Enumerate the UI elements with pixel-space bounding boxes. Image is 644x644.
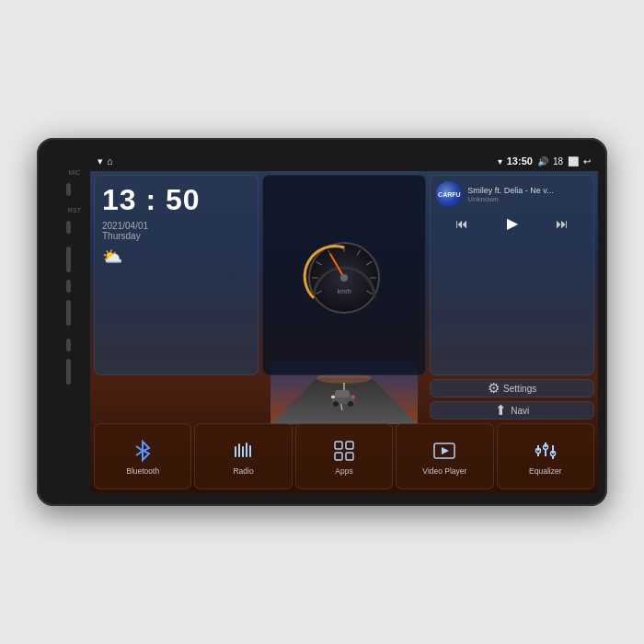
radio-app-button[interactable]: Radio: [194, 423, 292, 489]
clock-day: Thursday: [102, 231, 250, 241]
equalizer-icon-wrap: [533, 438, 558, 464]
apps-icon: [332, 439, 356, 463]
video-player-app-button[interactable]: Video Player: [396, 423, 493, 489]
svg-point-6: [333, 401, 339, 407]
clock-widget: 13 : 50 2021/04/01 Thursday ⛅: [94, 175, 259, 375]
navi-arrow-icon: ⬆: [495, 402, 507, 419]
bottom-apps-row: Bluetooth Radio: [94, 423, 594, 489]
weather-cloud-icon: ⛅: [102, 247, 122, 267]
svg-rect-30: [346, 442, 353, 449]
equalizer-app-button[interactable]: Equalizer: [497, 423, 594, 489]
svg-line-3: [339, 397, 342, 410]
equalizer-label: Equalizer: [529, 466, 561, 476]
svg-point-22: [340, 274, 348, 282]
mid-left-spacer: [94, 379, 426, 420]
battery-level: 18: [553, 156, 563, 167]
side-buttons: MIC RST: [66, 151, 83, 493]
mic-label: MIC: [66, 169, 83, 176]
play-button[interactable]: ▶: [507, 214, 518, 232]
wifi-signal-icon: ▾: [498, 156, 502, 167]
apps-icon-wrap: [331, 438, 357, 464]
speedometer-widget: km/h: [262, 175, 427, 375]
side-btn-home[interactable]: [66, 183, 71, 196]
radio-icon-wrap: [231, 438, 257, 464]
settings-button[interactable]: ⚙ Settings: [430, 379, 594, 397]
clock-date: 2021/04/01: [102, 221, 250, 231]
screen-container: ▾ ⌂ ▾ 13:50 🔊 18 ⬜ ↩: [90, 151, 598, 493]
svg-rect-5: [335, 390, 350, 397]
next-button[interactable]: ⏭: [556, 216, 569, 231]
svg-rect-28: [249, 445, 251, 457]
status-left: ▾ ⌂: [98, 155, 113, 167]
weather-area: ⛅: [102, 247, 250, 267]
bluetooth-label: Bluetooth: [126, 466, 159, 476]
main-grid: 13 : 50 2021/04/01 Thursday ⛅: [90, 171, 598, 493]
side-btn-extra1[interactable]: [66, 339, 71, 351]
video-player-label: Video Player: [422, 466, 466, 476]
svg-rect-25: [238, 443, 240, 457]
device-outer: MIC RST ▾ ⌂ ▾ 13:50 🔊 18 ⬜ ↩: [37, 138, 607, 506]
screen-icon: ⬜: [568, 156, 579, 167]
music-top: CARFU Smiley ft. Delia - Ne v... Unknown: [436, 181, 588, 207]
settings-label: Settings: [503, 384, 536, 394]
svg-rect-29: [335, 442, 342, 449]
bluetooth-icon-wrap: [130, 438, 155, 464]
music-controls: ⏮ ▶ ⏭: [436, 214, 588, 232]
settings-navi-stack: ⚙ Settings ⬆ Navi: [430, 379, 594, 420]
volume-icon: 🔊: [537, 156, 548, 167]
equalizer-icon: [534, 439, 558, 463]
prev-button[interactable]: ⏮: [455, 216, 468, 231]
svg-rect-31: [335, 453, 342, 460]
svg-marker-1: [270, 378, 418, 424]
radio-label: Radio: [233, 466, 253, 476]
side-btn-vol-down[interactable]: [66, 300, 71, 326]
apps-label: Apps: [335, 466, 352, 476]
side-btn-power[interactable]: [66, 221, 71, 234]
side-btn-extra2[interactable]: [66, 359, 71, 385]
svg-rect-26: [242, 446, 244, 457]
svg-point-7: [348, 401, 353, 407]
status-bar: ▾ ⌂ ▾ 13:50 🔊 18 ⬜ ↩: [90, 151, 598, 171]
status-right: ▾ 13:50 🔊 18 ⬜ ↩: [498, 155, 591, 167]
home-icon[interactable]: ⌂: [107, 155, 113, 167]
svg-rect-27: [246, 443, 247, 457]
music-widget: CARFU Smiley ft. Delia - Ne v... Unknown…: [430, 175, 594, 375]
wifi-icon: ▾: [98, 155, 103, 167]
back-icon[interactable]: ↩: [583, 156, 591, 167]
svg-rect-24: [235, 446, 236, 457]
svg-rect-32: [346, 453, 353, 460]
music-title: Smiley ft. Delia - Ne v...: [467, 186, 588, 195]
svg-rect-8: [331, 396, 335, 398]
video-icon-wrap: [431, 438, 457, 464]
bluetooth-app-button[interactable]: Bluetooth: [94, 423, 191, 489]
radio-icon: [232, 439, 256, 463]
settings-gear-icon: ⚙: [488, 380, 500, 397]
speedo-svg: km/h: [293, 234, 395, 316]
svg-rect-4: [332, 395, 354, 404]
svg-marker-34: [442, 447, 449, 454]
music-artist: Unknown: [467, 195, 588, 203]
music-logo: CARFU: [436, 181, 462, 207]
side-btn-vol-mid[interactable]: [66, 280, 71, 293]
status-time: 13:50: [507, 155, 533, 167]
svg-text:km/h: km/h: [337, 288, 351, 294]
svg-rect-9: [351, 396, 355, 398]
navi-label: Navi: [511, 406, 529, 416]
video-player-icon: [432, 439, 456, 463]
navi-button[interactable]: ⬆ Navi: [430, 401, 594, 420]
apps-app-button[interactable]: Apps: [295, 423, 393, 489]
side-btn-vol-up[interactable]: [66, 247, 71, 272]
bluetooth-icon: [131, 439, 155, 463]
music-info: Smiley ft. Delia - Ne v... Unknown: [467, 186, 588, 203]
clock-time: 13 : 50: [102, 183, 250, 217]
rst-label: RST: [66, 207, 83, 213]
